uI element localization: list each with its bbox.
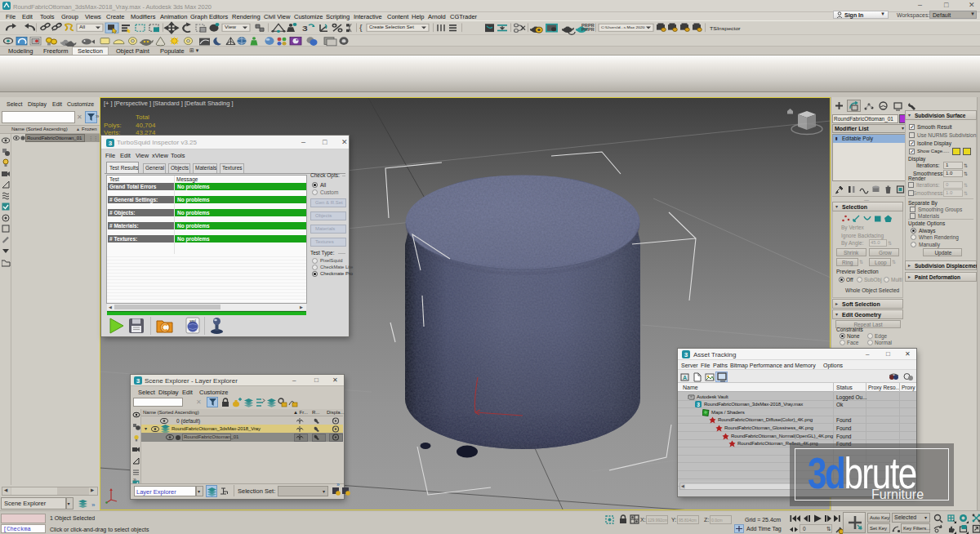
svg-text:3: 3: [684, 351, 688, 358]
svg-text:{: {: [359, 24, 363, 32]
svg-text:PR: PR: [588, 28, 595, 32]
svg-text:C:\Users\d...s Max 2020: C:\Users\d...s Max 2020: [601, 26, 645, 29]
svg-text:TSInspector: TSInspector: [710, 25, 742, 31]
svg-text:xml: xml: [189, 318, 196, 323]
svg-text:3: 3: [697, 402, 700, 407]
svg-text:A: A: [683, 375, 687, 380]
svg-text:PR: PR: [581, 23, 588, 27]
svg-text:3: 3: [109, 140, 113, 147]
svg-text:All: All: [79, 25, 85, 29]
svg-text:PR: PR: [581, 28, 588, 32]
svg-text:3: 3: [302, 24, 308, 33]
svg-text:Create Selection Set: Create Selection Set: [369, 25, 414, 29]
svg-text:View: View: [225, 25, 237, 29]
svg-text:3: 3: [136, 377, 140, 385]
svg-text:PR: PR: [588, 23, 595, 27]
